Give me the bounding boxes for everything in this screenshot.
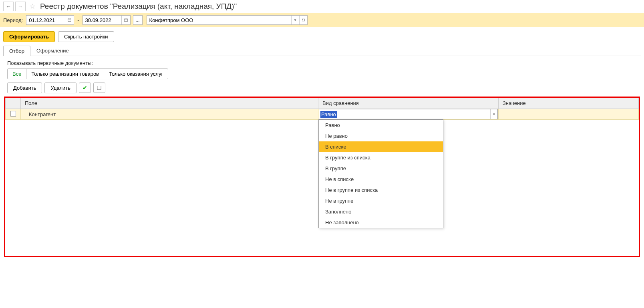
organization-open-icon[interactable] <box>299 16 307 24</box>
row-value[interactable] <box>499 109 639 120</box>
th-comparison: Вид сравнения <box>318 98 499 109</box>
dropdown-item[interactable]: Не в группе из списка <box>319 185 443 195</box>
tabs-bar: Отбор Оформление <box>3 45 641 56</box>
row-field[interactable]: Контрагент <box>21 109 318 120</box>
dropdown-item[interactable]: Не равно <box>319 131 443 141</box>
th-value: Значение <box>499 98 639 109</box>
dropdown-item[interactable]: Не в списке <box>319 174 443 185</box>
generate-button[interactable]: Сформировать <box>3 31 55 42</box>
calendar-from-icon[interactable] <box>65 16 74 24</box>
header-bar: ← → ☆ Реестр документов "Реализация (акт… <box>0 0 644 13</box>
svg-rect-8 <box>302 19 304 21</box>
primary-docs-label: Показывать первичные документы: <box>0 56 644 68</box>
action-bar: Сформировать Скрыть настройки <box>0 27 644 45</box>
organization-dropdown-icon[interactable]: ▼ <box>291 16 299 24</box>
filter-row: Контрагент Равно ▼ РавноНе равноВ списке… <box>6 109 639 120</box>
period-dash: - <box>76 17 80 23</box>
dropdown-item[interactable]: В списке <box>319 141 443 152</box>
segment-goods[interactable]: Только реализации товаров <box>26 68 104 79</box>
dropdown-item[interactable]: Не в группе <box>319 195 443 206</box>
check-all-button[interactable]: ✔ <box>79 83 91 93</box>
period-bar: Период: - ... ▼ <box>0 13 644 27</box>
checkmark-icon: ✔ <box>83 85 87 91</box>
segment-services[interactable]: Только оказания услуг <box>104 68 168 79</box>
filter-actions: Добавить Удалить ✔ ❐ <box>0 79 644 97</box>
filter-table-highlight: Поле Вид сравнения Значение Контрагент Р… <box>4 97 640 257</box>
organization-select: ▼ <box>147 15 308 25</box>
date-to-input[interactable] <box>83 16 121 24</box>
svg-rect-0 <box>68 19 71 22</box>
tab-filter[interactable]: Отбор <box>3 46 30 56</box>
copy-button[interactable]: ❐ <box>93 83 105 93</box>
period-more-button[interactable]: ... <box>133 15 143 25</box>
star-icon[interactable]: ☆ <box>28 2 37 11</box>
row-comparison-cell: Равно ▼ РавноНе равноВ спискеВ группе из… <box>318 109 499 120</box>
forward-button[interactable]: → <box>15 2 26 11</box>
comparison-dropdown-icon[interactable]: ▼ <box>490 109 497 119</box>
segment-all[interactable]: Все <box>7 68 26 79</box>
dropdown-item[interactable]: Заполнено <box>319 206 443 217</box>
organization-input[interactable] <box>147 16 291 24</box>
date-to-wrap <box>83 15 131 25</box>
back-button[interactable]: ← <box>3 2 14 11</box>
delete-button[interactable]: Удалить <box>44 83 76 93</box>
tab-design[interactable]: Оформление <box>30 45 75 56</box>
filter-table: Поле Вид сравнения Значение Контрагент Р… <box>5 98 639 120</box>
date-from-input[interactable] <box>26 16 65 24</box>
dropdown-item[interactable]: Равно <box>319 120 443 131</box>
page-title: Реестр документов "Реализация (акт, накл… <box>40 2 237 11</box>
comparison-dropdown: РавноНе равноВ спискеВ группе из спискаВ… <box>318 119 443 228</box>
th-checkbox <box>6 98 21 109</box>
hide-settings-button[interactable]: Скрыть настройки <box>58 31 114 42</box>
dropdown-item[interactable]: В группе <box>319 163 443 174</box>
dropdown-item[interactable]: Не заполнено <box>319 217 443 228</box>
comparison-input[interactable]: Равно ▼ <box>319 109 498 119</box>
dropdown-item[interactable]: В группе из списка <box>319 152 443 163</box>
th-field: Поле <box>21 98 318 109</box>
segment-buttons: Все Только реализации товаров Только ока… <box>7 68 644 79</box>
row-checkbox[interactable] <box>10 111 16 117</box>
svg-rect-4 <box>124 19 127 22</box>
date-from-wrap <box>26 15 74 25</box>
calendar-to-icon[interactable] <box>121 16 130 24</box>
period-label: Период: <box>3 17 23 23</box>
comparison-selected: Равно <box>319 109 490 119</box>
copy-icon: ❐ <box>97 85 102 91</box>
add-button[interactable]: Добавить <box>7 83 42 93</box>
